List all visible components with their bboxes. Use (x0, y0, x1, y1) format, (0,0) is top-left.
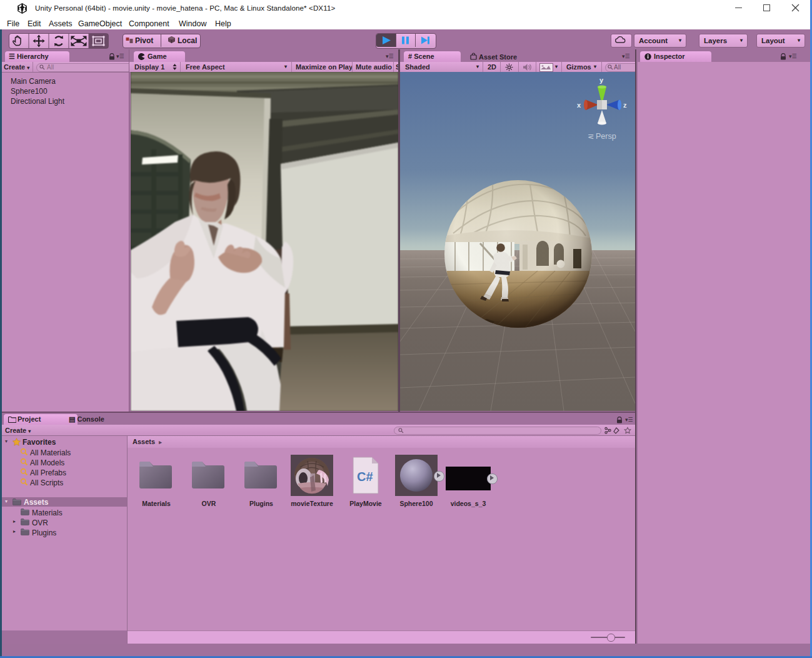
svg-text:z: z (623, 101, 627, 109)
svg-text:x: x (577, 101, 581, 109)
svg-text:y: y (599, 76, 604, 84)
svg-text:⋜ Persp: ⋜ Persp (588, 132, 616, 141)
svg-text:C#: C# (357, 470, 373, 483)
